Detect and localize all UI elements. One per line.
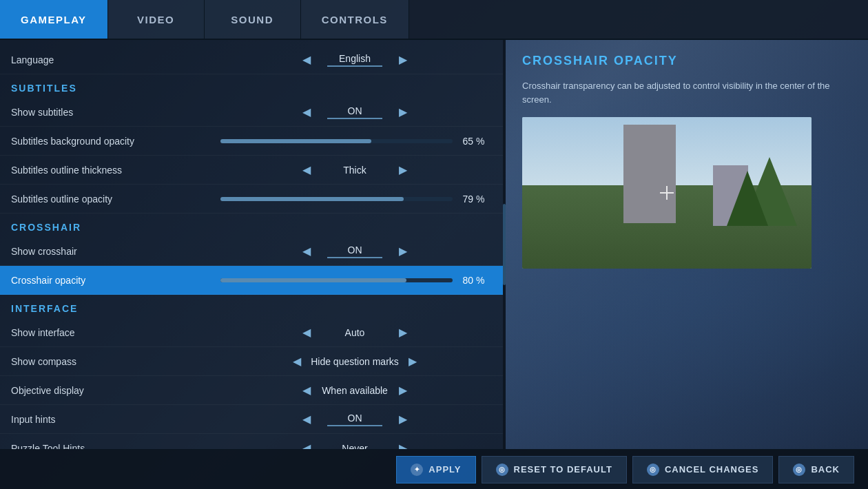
arrow-right-btn[interactable]: ▶ [395, 382, 411, 399]
setting-label: Language [11, 54, 218, 65]
setting-row-show-compass[interactable]: Show compass◀Hide question marks▶ [0, 347, 503, 376]
value-text: English [327, 53, 382, 64]
setting-label: Objective display [11, 385, 218, 396]
setting-label: Crosshair opacity [11, 275, 218, 286]
info-title: CROSSHAIR OPACITY [522, 54, 851, 68]
setting-control: ◀Never▶ [218, 440, 492, 450]
value-underline [327, 65, 382, 67]
reset-icon: ◎ [496, 464, 508, 476]
setting-row-language[interactable]: Language◀English▶ [0, 45, 503, 74]
setting-control: ◀ON▶ [218, 243, 492, 260]
slider-value: 65 % [458, 136, 489, 147]
arrow-left-btn[interactable]: ◀ [298, 243, 315, 260]
arrow-left-btn[interactable]: ◀ [298, 411, 315, 428]
preview-image [522, 117, 812, 269]
tab-video[interactable]: VIDEO [108, 0, 205, 39]
content-area: Language◀English▶SUBTITLESShow subtitles… [0, 40, 868, 449]
setting-label: Show crosshair [11, 246, 218, 257]
reset-button[interactable]: ◎ RESET TO DEFAULT [482, 456, 627, 483]
arrow-left-btn[interactable]: ◀ [289, 353, 305, 370]
slider-container[interactable]: 79 % [218, 194, 492, 205]
slider-container[interactable]: 80 % [218, 275, 492, 286]
setting-row-puzzle-tool-hints[interactable]: Puzzle Tool Hints◀Never▶ [0, 434, 503, 449]
arrow-right-btn[interactable]: ▶ [395, 440, 411, 450]
arrow-left-btn[interactable]: ◀ [298, 52, 315, 68]
setting-control: ◀Hide question marks▶ [218, 353, 492, 370]
arrow-right-btn[interactable]: ▶ [395, 52, 411, 68]
setting-label: Show compass [11, 356, 218, 367]
value-text: ON [327, 244, 382, 256]
arrow-right-btn[interactable]: ▶ [395, 104, 411, 121]
tab-sound[interactable]: SOUND [205, 0, 301, 39]
setting-label: Show subtitles [11, 107, 218, 118]
slider-track [220, 278, 453, 282]
value-underline [327, 425, 382, 426]
arrow-right-btn[interactable]: ▶ [395, 243, 411, 260]
settings-panel[interactable]: Language◀English▶SUBTITLESShow subtitles… [0, 40, 503, 449]
setting-label: Subtitles outline thickness [11, 165, 218, 176]
arrow-left-btn[interactable]: ◀ [298, 440, 315, 450]
slider-value: 79 % [458, 194, 489, 205]
setting-row-objective-display[interactable]: Objective display◀When available▶ [0, 376, 503, 405]
setting-row-subtitles-background-opacity[interactable]: Subtitles background opacity65 % [0, 127, 503, 156]
value-text: Thick [327, 165, 382, 176]
slider-fill [220, 278, 406, 282]
scene-tree2 [727, 171, 768, 226]
tab-controls[interactable]: CONTROLS [301, 0, 409, 39]
arrow-right-btn[interactable]: ▶ [395, 411, 411, 428]
nav-spacer [409, 0, 868, 39]
setting-row-show-interface[interactable]: Show interface◀Auto▶ [0, 318, 503, 347]
arrow-left-btn[interactable]: ◀ [298, 104, 315, 121]
setting-label: Subtitles outline opacity [11, 194, 218, 205]
value-text: Hide question marks [311, 356, 399, 367]
setting-control: ◀English▶ [218, 52, 492, 68]
info-panel: CROSSHAIR OPACITY Crosshair transparency… [506, 40, 868, 449]
setting-row-subtitles-outline-opacity[interactable]: Subtitles outline opacity79 % [0, 185, 503, 214]
section-header-crosshair: CROSSHAIR [0, 214, 503, 237]
slider-track [220, 197, 453, 201]
section-header-interface: INTERFACE [0, 295, 503, 318]
value-underline [327, 118, 382, 119]
arrow-right-btn[interactable]: ▶ [395, 324, 411, 341]
info-description: Crosshair transparency can be adjusted t… [522, 79, 851, 106]
arrow-left-btn[interactable]: ◀ [298, 324, 315, 341]
preview-scene [522, 117, 812, 269]
cancel-button[interactable]: ◎ CANCEL CHANGES [632, 456, 774, 483]
back-button[interactable]: ◎ BACK [778, 456, 854, 483]
setting-row-show-crosshair[interactable]: Show crosshair◀ON▶ [0, 237, 503, 266]
setting-row-input-hints[interactable]: Input hints◀ON▶ [0, 405, 503, 434]
bottom-bar: ✦ APPLY ◎ RESET TO DEFAULT ◎ CANCEL CHAN… [0, 449, 868, 489]
slider-fill [220, 197, 404, 201]
value-text: ON [327, 105, 382, 116]
apply-icon: ✦ [411, 464, 423, 476]
main-container: GAMEPLAY VIDEO SOUND CONTROLS Language◀E… [0, 0, 868, 489]
apply-button[interactable]: ✦ APPLY [396, 456, 475, 483]
setting-control: ◀ON▶ [218, 104, 492, 121]
setting-control: ◀When available▶ [218, 382, 492, 399]
setting-row-crosshair-opacity[interactable]: Crosshair opacity80 % [0, 266, 503, 295]
setting-label: Input hints [11, 414, 218, 425]
setting-control: ◀Auto▶ [218, 324, 492, 341]
slider-track [220, 139, 453, 143]
setting-row-show-subtitles[interactable]: Show subtitles◀ON▶ [0, 98, 503, 127]
setting-label: Subtitles background opacity [11, 136, 218, 147]
scroll-indicator [503, 40, 506, 449]
setting-row-subtitles-outline-thickness[interactable]: Subtitles outline thickness◀Thick▶ [0, 156, 503, 185]
tab-gameplay[interactable]: GAMEPLAY [0, 0, 108, 39]
back-icon: ◎ [793, 464, 805, 476]
value-underline [327, 257, 382, 258]
section-header-subtitles: SUBTITLES [0, 74, 503, 98]
value-text: Auto [327, 327, 382, 338]
scene-tower [623, 125, 676, 223]
setting-label: Show interface [11, 327, 218, 338]
arrow-right-btn[interactable]: ▶ [404, 353, 421, 370]
setting-control: ◀Thick▶ [218, 162, 492, 178]
setting-control: ◀ON▶ [218, 411, 492, 428]
slider-container[interactable]: 65 % [218, 136, 492, 147]
arrow-left-btn[interactable]: ◀ [298, 382, 315, 399]
scene-crosshair [660, 186, 674, 200]
setting-control: 80 % [218, 275, 492, 286]
value-text: ON [327, 413, 382, 424]
arrow-right-btn[interactable]: ▶ [395, 162, 411, 178]
arrow-left-btn[interactable]: ◀ [298, 162, 315, 178]
